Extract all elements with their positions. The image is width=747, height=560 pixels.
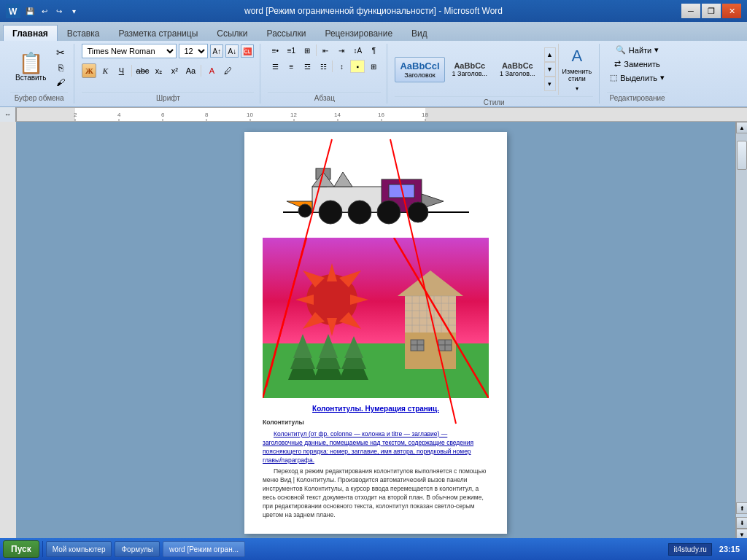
replace-icon: ⇄ — [614, 59, 621, 69]
change-styles: A Изменитьстили ▾ — [561, 45, 594, 94]
tab-home[interactable]: Главная — [3, 25, 58, 41]
editing-group: 🔍 Найти ▾ ⇄ Заменить ⬚ Выделить ▾ Редакт… — [601, 44, 673, 104]
svg-text:10: 10 — [247, 112, 253, 118]
styles-group-content: AaBbCcl Заголовок AaBbCc 1 Заголов... Aa… — [395, 44, 593, 95]
right-scrollbar: ▲ ⬆ ⬇ ▼ — [735, 122, 747, 540]
svg-marker-37 — [334, 172, 352, 187]
cut-button[interactable]: ✂ — [53, 45, 68, 60]
align-center-btn[interactable]: ≡ — [284, 60, 298, 73]
show-marks-btn[interactable]: ¶ — [366, 44, 381, 57]
close-btn[interactable]: ✕ — [722, 4, 741, 18]
para1-content: Колонтитул (от фр. colonne — колонка и t… — [263, 430, 473, 464]
font-label: Шрифт — [82, 92, 254, 104]
bold-btn[interactable]: Ж — [82, 63, 96, 78]
save-quick-btn[interactable]: 💾 — [23, 4, 36, 18]
tab-references[interactable]: Ссылки — [207, 25, 257, 41]
scroll-page-down-btn[interactable]: ⬇ — [736, 517, 747, 529]
change-styles-dropdown[interactable]: ▾ — [576, 85, 578, 92]
decrease-indent-btn[interactable]: ⇤ — [318, 44, 333, 57]
multilevel-list-btn[interactable]: ⊞ — [300, 44, 314, 57]
align-right-btn[interactable]: ☲ — [300, 60, 314, 73]
font-name-row: Times New Roman 12 A↑ A↓ 🆑 — [82, 44, 254, 58]
start-button[interactable]: Пуск — [3, 540, 39, 558]
svg-point-44 — [377, 201, 400, 224]
align-left-btn[interactable]: ☰ — [268, 60, 282, 73]
italic-btn[interactable]: К — [98, 63, 112, 78]
text-highlight-btn[interactable]: Aa — [183, 63, 198, 78]
format-painter-icon: 🖌 — [56, 77, 65, 88]
scroll-thumb[interactable] — [737, 141, 747, 170]
select-dropdown: ▾ — [660, 73, 665, 82]
font-name-select[interactable]: Times New Roman — [82, 44, 177, 58]
superscript-btn[interactable]: x² — [167, 63, 182, 78]
restore-btn[interactable]: ❐ — [702, 4, 721, 18]
tab-mailings[interactable]: Рассылки — [258, 25, 316, 41]
clipboard-group-content: 📋 Вставить ✂ ⎘ 🖌 — [10, 44, 68, 90]
tab-page-layout[interactable]: Разметка страницы — [109, 25, 207, 41]
format-painter-button[interactable]: 🖌 — [53, 76, 68, 89]
justify-btn[interactable]: ☷ — [316, 60, 330, 73]
styles-scroll-up[interactable]: ▲ — [544, 47, 556, 62]
copy-button[interactable]: ⎘ — [53, 61, 68, 74]
paste-button[interactable]: 📋 Вставить — [10, 50, 51, 85]
find-dropdown: ▾ — [654, 45, 659, 55]
content-area[interactable]: Колонтитулы. Нумерация страниц. Колонтит… — [16, 122, 735, 540]
customize-quick-btn[interactable]: ▾ — [67, 4, 80, 18]
font-color-btn[interactable]: A — [204, 63, 219, 78]
my-computer-btn[interactable]: Мой компьютер — [46, 541, 112, 557]
svg-text:16: 16 — [378, 112, 384, 118]
numbered-list-btn[interactable]: ≡1 — [284, 44, 298, 57]
change-styles-label: Изменитьстили — [562, 69, 592, 83]
styles-more[interactable]: ▾ — [544, 77, 556, 91]
tab-view[interactable]: Вид — [402, 25, 437, 41]
highlight-color-btn[interactable]: 🖊 — [220, 63, 235, 78]
replace-label: Заменить — [624, 60, 659, 69]
vertical-ruler-svg — [0, 122, 16, 540]
shading-btn[interactable]: ▪ — [350, 60, 365, 73]
select-btn[interactable]: ⬚ Выделить ▾ — [607, 71, 667, 84]
paragraph-group: ≡• ≡1 ⊞ ⇤ ⇥ ↕A ¶ ☰ ≡ ☲ ☷ ↕ ▪ ⊞ — [262, 44, 387, 104]
minimize-btn[interactable]: ─ — [681, 4, 700, 18]
replace-btn[interactable]: ⇄ Заменить — [611, 58, 662, 70]
increase-font-btn[interactable]: A↑ — [210, 44, 223, 58]
subscript-btn[interactable]: x₂ — [151, 63, 166, 78]
style-heading2[interactable]: AaBbCc 1 Заголов... — [447, 58, 492, 81]
styles-divider — [558, 44, 559, 95]
ribbon: Главная Вставка Разметка страницы Ссылки… — [0, 22, 747, 107]
ribbon-tabs: Главная Вставка Разметка страницы Ссылки… — [0, 22, 747, 41]
find-btn[interactable]: 🔍 Найти ▾ — [613, 44, 662, 56]
style-heading1[interactable]: AaBbCcl Заголовок — [395, 57, 444, 82]
redo-quick-btn[interactable]: ↪ — [53, 4, 66, 18]
borders-btn[interactable]: ⊞ — [366, 60, 381, 73]
strikethrough-btn[interactable]: abc — [135, 63, 150, 78]
main-area: Колонтитулы. Нумерация страниц. Колонтит… — [0, 122, 747, 540]
line-spacing-btn[interactable]: ↕ — [334, 60, 349, 73]
scroll-track[interactable] — [736, 133, 747, 502]
tab-review[interactable]: Рецензирование — [315, 25, 402, 41]
undo-quick-btn[interactable]: ↩ — [38, 4, 51, 18]
clipboard-group: 📋 Вставить ✂ ⎘ 🖌 Буфер обмена — [4, 44, 74, 104]
scroll-page-up-btn[interactable]: ⬆ — [736, 502, 747, 514]
style-heading3[interactable]: AaBbCc 1 Заголов... — [495, 58, 540, 81]
decrease-font-btn[interactable]: A↓ — [225, 44, 239, 58]
forms-btn[interactable]: Формулы — [115, 541, 160, 557]
font-size-select[interactable]: 12 — [179, 44, 208, 58]
sort-btn[interactable]: ↕A — [350, 44, 365, 57]
svg-point-45 — [408, 202, 428, 222]
word-taskbar-btn[interactable]: word [Режим огран... — [163, 541, 245, 557]
svg-text:14: 14 — [334, 112, 341, 118]
increase-indent-btn[interactable]: ⇥ — [334, 44, 349, 57]
change-styles-icon: A — [572, 47, 583, 66]
styles-scroll-down[interactable]: ▼ — [544, 62, 556, 77]
format-divider2 — [201, 65, 201, 77]
clear-format-btn[interactable]: 🆑 — [241, 44, 254, 58]
scroll-up-btn[interactable]: ▲ — [736, 122, 747, 133]
paste-icon: 📋 — [18, 53, 44, 74]
tab-insert[interactable]: Вставка — [58, 25, 109, 41]
text-content: Колонтитулы. Нумерация страниц. Колонтит… — [263, 404, 489, 520]
underline-btn[interactable]: Ч — [114, 63, 128, 78]
style-heading3-label: 1 Заголов... — [500, 70, 535, 77]
ruler-corner[interactable]: ↔ — [0, 107, 16, 122]
bullet-list-btn[interactable]: ≡• — [268, 44, 282, 57]
format-row: Ж К Ч abc x₂ x² Aa A 🖊 — [82, 63, 235, 78]
